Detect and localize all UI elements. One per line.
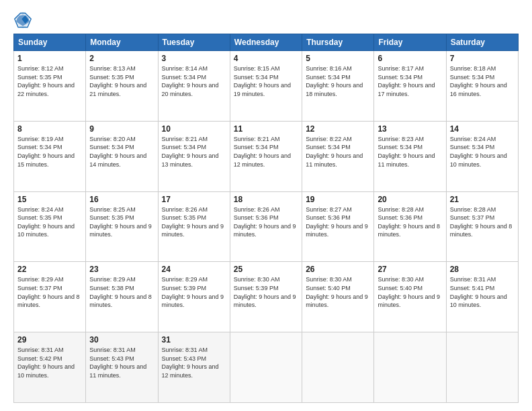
calendar-cell: 11 Sunrise: 8:21 AM Sunset: 5:34 PM Dayl… [230, 121, 302, 191]
calendar-cell: 8 Sunrise: 8:19 AM Sunset: 5:34 PM Dayli… [14, 121, 86, 191]
day-info: Sunrise: 8:22 AM Sunset: 5:34 PM Dayligh… [306, 135, 370, 169]
day-info: Sunrise: 8:31 AM Sunset: 5:43 PM Dayligh… [162, 346, 226, 379]
day-number: 25 [234, 265, 298, 274]
calendar-cell: 14 Sunrise: 8:24 AM Sunset: 5:34 PM Dayl… [446, 121, 518, 191]
day-number: 27 [378, 265, 442, 274]
logo [13, 11, 35, 30]
calendar-week-2: 8 Sunrise: 8:19 AM Sunset: 5:34 PM Dayli… [14, 121, 519, 191]
day-info: Sunrise: 8:23 AM Sunset: 5:34 PM Dayligh… [378, 135, 442, 169]
day-info: Sunrise: 8:29 AM Sunset: 5:38 PM Dayligh… [89, 275, 154, 309]
day-info: Sunrise: 8:27 AM Sunset: 5:36 PM Dayligh… [306, 205, 370, 239]
calendar-cell: 15 Sunrise: 8:24 AM Sunset: 5:35 PM Dayl… [14, 191, 86, 262]
day-number: 19 [306, 195, 370, 204]
day-number: 20 [378, 195, 442, 204]
calendar-header-sunday: Sunday [14, 34, 86, 51]
day-number: 21 [450, 195, 515, 204]
day-info: Sunrise: 8:29 AM Sunset: 5:37 PM Dayligh… [17, 275, 82, 309]
calendar-cell: 29 Sunrise: 8:31 AM Sunset: 5:42 PM Dayl… [14, 332, 86, 403]
day-number: 9 [89, 124, 154, 134]
calendar-cell: 16 Sunrise: 8:25 AM Sunset: 5:35 PM Dayl… [86, 191, 158, 262]
day-info: Sunrise: 8:31 AM Sunset: 5:43 PM Dayligh… [89, 346, 154, 379]
day-info: Sunrise: 8:28 AM Sunset: 5:37 PM Dayligh… [450, 205, 515, 239]
day-number: 14 [450, 124, 515, 134]
calendar-header-saturday: Saturday [446, 34, 518, 51]
day-number: 4 [234, 54, 298, 63]
calendar-cell: 23 Sunrise: 8:29 AM Sunset: 5:38 PM Dayl… [86, 262, 158, 332]
calendar-cell: 20 Sunrise: 8:28 AM Sunset: 5:36 PM Dayl… [374, 191, 446, 262]
calendar-cell: 25 Sunrise: 8:30 AM Sunset: 5:39 PM Dayl… [230, 262, 302, 332]
calendar-cell: 28 Sunrise: 8:31 AM Sunset: 5:41 PM Dayl… [446, 262, 518, 332]
calendar-cell: 27 Sunrise: 8:30 AM Sunset: 5:40 PM Dayl… [374, 262, 446, 332]
day-number: 31 [162, 335, 226, 345]
calendar-week-3: 15 Sunrise: 8:24 AM Sunset: 5:35 PM Dayl… [14, 191, 519, 262]
day-info: Sunrise: 8:26 AM Sunset: 5:36 PM Dayligh… [234, 205, 298, 239]
header [13, 11, 519, 30]
day-info: Sunrise: 8:29 AM Sunset: 5:39 PM Dayligh… [162, 275, 226, 309]
day-info: Sunrise: 8:31 AM Sunset: 5:41 PM Dayligh… [450, 275, 515, 309]
day-number: 11 [234, 124, 298, 134]
day-number: 6 [378, 54, 442, 63]
day-number: 2 [89, 54, 154, 63]
day-number: 18 [234, 195, 298, 204]
calendar-header-friday: Friday [374, 34, 446, 51]
calendar-cell: 26 Sunrise: 8:30 AM Sunset: 5:40 PM Dayl… [302, 262, 374, 332]
day-info: Sunrise: 8:30 AM Sunset: 5:40 PM Dayligh… [378, 275, 442, 309]
logo-icon [13, 11, 32, 30]
calendar-cell: 3 Sunrise: 8:14 AM Sunset: 5:34 PM Dayli… [158, 51, 230, 122]
calendar-cell [302, 332, 374, 403]
day-info: Sunrise: 8:25 AM Sunset: 5:35 PM Dayligh… [89, 205, 154, 239]
calendar-cell: 30 Sunrise: 8:31 AM Sunset: 5:43 PM Dayl… [86, 332, 158, 403]
calendar-header-row: SundayMondayTuesdayWednesdayThursdayFrid… [14, 34, 519, 51]
day-number: 1 [17, 54, 82, 63]
calendar-cell: 7 Sunrise: 8:18 AM Sunset: 5:34 PM Dayli… [446, 51, 518, 122]
calendar-table: SundayMondayTuesdayWednesdayThursdayFrid… [13, 34, 519, 403]
calendar-cell: 2 Sunrise: 8:13 AM Sunset: 5:35 PM Dayli… [86, 51, 158, 122]
calendar-cell: 18 Sunrise: 8:26 AM Sunset: 5:36 PM Dayl… [230, 191, 302, 262]
day-info: Sunrise: 8:14 AM Sunset: 5:34 PM Dayligh… [162, 64, 226, 98]
calendar-cell [230, 332, 302, 403]
day-number: 8 [17, 124, 82, 134]
day-number: 26 [306, 265, 370, 274]
calendar-header-thursday: Thursday [302, 34, 374, 51]
day-number: 22 [17, 265, 82, 274]
calendar-header-monday: Monday [86, 34, 158, 51]
day-info: Sunrise: 8:20 AM Sunset: 5:34 PM Dayligh… [89, 135, 154, 169]
day-info: Sunrise: 8:18 AM Sunset: 5:34 PM Dayligh… [450, 64, 515, 98]
calendar-cell: 13 Sunrise: 8:23 AM Sunset: 5:34 PM Dayl… [374, 121, 446, 191]
day-info: Sunrise: 8:30 AM Sunset: 5:40 PM Dayligh… [306, 275, 370, 309]
calendar-cell: 5 Sunrise: 8:16 AM Sunset: 5:34 PM Dayli… [302, 51, 374, 122]
day-info: Sunrise: 8:26 AM Sunset: 5:35 PM Dayligh… [162, 205, 226, 239]
calendar-header-tuesday: Tuesday [158, 34, 230, 51]
day-info: Sunrise: 8:17 AM Sunset: 5:34 PM Dayligh… [378, 64, 442, 98]
calendar-cell: 21 Sunrise: 8:28 AM Sunset: 5:37 PM Dayl… [446, 191, 518, 262]
day-number: 3 [162, 54, 226, 63]
day-info: Sunrise: 8:19 AM Sunset: 5:34 PM Dayligh… [17, 135, 82, 169]
day-info: Sunrise: 8:24 AM Sunset: 5:35 PM Dayligh… [17, 205, 82, 239]
day-number: 23 [89, 265, 154, 274]
calendar-cell: 31 Sunrise: 8:31 AM Sunset: 5:43 PM Dayl… [158, 332, 230, 403]
calendar-cell: 1 Sunrise: 8:12 AM Sunset: 5:35 PM Dayli… [14, 51, 86, 122]
day-number: 28 [450, 265, 515, 274]
day-info: Sunrise: 8:21 AM Sunset: 5:34 PM Dayligh… [162, 135, 226, 169]
calendar-week-5: 29 Sunrise: 8:31 AM Sunset: 5:42 PM Dayl… [14, 332, 519, 403]
calendar-cell: 6 Sunrise: 8:17 AM Sunset: 5:34 PM Dayli… [374, 51, 446, 122]
day-info: Sunrise: 8:13 AM Sunset: 5:35 PM Dayligh… [89, 64, 154, 98]
calendar-cell: 17 Sunrise: 8:26 AM Sunset: 5:35 PM Dayl… [158, 191, 230, 262]
calendar-cell: 22 Sunrise: 8:29 AM Sunset: 5:37 PM Dayl… [14, 262, 86, 332]
calendar-cell [446, 332, 518, 403]
day-number: 17 [162, 195, 226, 204]
day-number: 10 [162, 124, 226, 134]
day-number: 16 [89, 195, 154, 204]
day-info: Sunrise: 8:15 AM Sunset: 5:34 PM Dayligh… [234, 64, 298, 98]
day-number: 29 [17, 335, 82, 345]
day-number: 7 [450, 54, 515, 63]
day-number: 5 [306, 54, 370, 63]
calendar-cell: 4 Sunrise: 8:15 AM Sunset: 5:34 PM Dayli… [230, 51, 302, 122]
calendar-week-1: 1 Sunrise: 8:12 AM Sunset: 5:35 PM Dayli… [14, 51, 519, 122]
day-info: Sunrise: 8:24 AM Sunset: 5:34 PM Dayligh… [450, 135, 515, 169]
day-info: Sunrise: 8:12 AM Sunset: 5:35 PM Dayligh… [17, 64, 82, 98]
day-number: 12 [306, 124, 370, 134]
calendar-cell: 19 Sunrise: 8:27 AM Sunset: 5:36 PM Dayl… [302, 191, 374, 262]
calendar-cell: 12 Sunrise: 8:22 AM Sunset: 5:34 PM Dayl… [302, 121, 374, 191]
calendar-cell: 9 Sunrise: 8:20 AM Sunset: 5:34 PM Dayli… [86, 121, 158, 191]
